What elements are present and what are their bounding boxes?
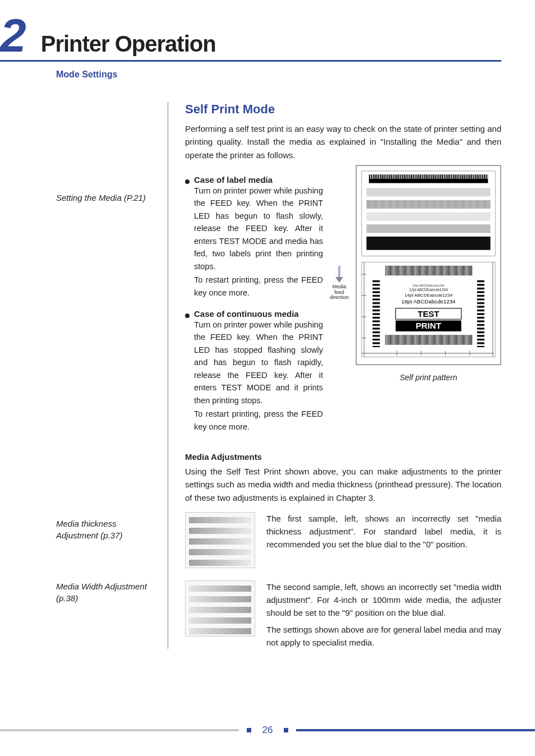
closing-note: The settings shown above are for general… (266, 623, 501, 649)
svg-text:12pt ABCDEabcde1234: 12pt ABCDEabcde1234 (409, 288, 448, 292)
figure-caption: Self print pattern (356, 373, 501, 382)
svg-text:14pt ABCDEabcde1234: 14pt ABCDEabcde1234 (404, 293, 453, 298)
svg-rect-13 (367, 224, 491, 233)
svg-rect-27 (385, 335, 472, 344)
chapter-number: 2 (0, 17, 24, 54)
case-cont-body2: To restart printing, press the FEED key … (185, 408, 323, 433)
svg-text:10pt ABCDEabcde1234: 10pt ABCDEabcde1234 (412, 283, 444, 287)
svg-rect-12 (367, 212, 491, 220)
header-rule (0, 60, 501, 62)
svg-rect-29 (477, 279, 485, 347)
case-cont-body1: Turn on printer power while pushing the … (185, 319, 323, 407)
svg-marker-1 (335, 277, 343, 283)
svg-text:18pt ABCDabcde1234: 18pt ABCDabcde1234 (402, 298, 456, 305)
self-print-pattern-figure: 10pt ABCDEabcde1234 12pt ABCDEabcde1234 … (356, 165, 501, 368)
self-print-intro: Performing a self test print is an easy … (185, 122, 501, 162)
sample-width-image (185, 580, 255, 637)
svg-rect-5 (369, 174, 488, 179)
section-subhead: Mode Settings (56, 70, 501, 80)
sample-width-text: The second sample, left, shows an incorr… (266, 580, 501, 620)
chapter-title: Printer Operation (41, 31, 216, 57)
self-print-heading: Self Print Mode (185, 102, 501, 117)
margin-note-width: Media Width Adjustment (p.38) (56, 580, 158, 604)
svg-rect-14 (367, 237, 491, 250)
page-number: 26 (259, 725, 276, 736)
case-label-body1: Turn on printer power while pushing the … (185, 185, 323, 273)
svg-rect-17 (385, 266, 472, 275)
bullet-case-continuous: Case of continuous media (185, 309, 323, 319)
case-cont-title: Case of continuous media (194, 309, 299, 319)
svg-rect-0 (338, 266, 340, 277)
svg-rect-11 (367, 200, 491, 209)
media-adjustments-intro: Using the Self Test Print shown above, y… (185, 465, 501, 504)
arrow-down-icon (335, 266, 343, 283)
sample-thickness-text: The first sample, left, shows an incorre… (266, 512, 501, 568)
svg-rect-9 (367, 188, 491, 196)
margin-note-thickness: Media thickness Adjustment (p.37) (56, 518, 158, 541)
bullet-icon (185, 179, 190, 184)
case-label-title: Case of label media (194, 175, 273, 185)
footer-square-icon (284, 728, 288, 732)
svg-text:TEST: TEST (418, 309, 440, 319)
bullet-case-label: Case of label media (185, 175, 323, 185)
case-label-body2: To restart printing, press the FEED key … (185, 274, 323, 299)
chapter-header: 2 Printer Operation (0, 17, 501, 57)
page-footer: 26 (0, 725, 535, 736)
bullet-icon (185, 314, 190, 318)
margin-note-setting-media: Setting the Media (P.21) (56, 192, 158, 204)
svg-rect-28 (372, 279, 380, 347)
margin-column: Setting the Media (P.21) Media thickness… (0, 102, 168, 649)
sample-thickness-image (185, 512, 255, 568)
footer-square-icon (247, 728, 251, 732)
svg-text:PRINT: PRINT (416, 321, 441, 330)
content-column: Self Print Mode Performing a self test p… (168, 102, 501, 649)
media-feed-label: Media feed direction (330, 266, 349, 301)
media-adjustments-heading: Media Adjustments (185, 452, 501, 462)
